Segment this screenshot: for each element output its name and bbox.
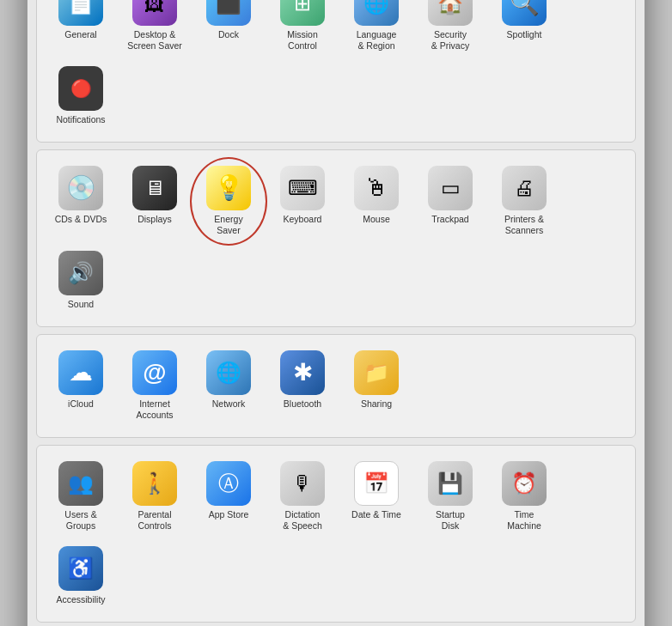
language-icon: 🌐: [354, 0, 399, 26]
pref-item-energy[interactable]: 💡 EnergySaver: [193, 161, 264, 242]
cds-label: CDs & DVDs: [55, 214, 107, 226]
pref-item-bluetooth[interactable]: ✱ Bluetooth: [267, 345, 338, 427]
pref-item-general[interactable]: 📄 General: [46, 0, 116, 58]
keyboard-icon: ⌨: [280, 166, 325, 210]
pref-item-sharing[interactable]: 📁 Sharing: [341, 345, 412, 427]
spotlight-icon: 🔍: [502, 0, 547, 26]
sound-label: Sound: [68, 299, 94, 311]
mouse-label: Mouse: [363, 214, 390, 226]
pref-item-language[interactable]: 🌐 Language& Region: [341, 0, 412, 58]
pref-item-spotlight[interactable]: 🔍 Spotlight: [489, 0, 559, 58]
system-section: 👥 Users &Groups 🚶 ParentalControls Ⓐ App…: [36, 445, 636, 623]
energy-icon: 💡: [206, 166, 251, 210]
sharing-icon: 📁: [354, 350, 399, 395]
pref-item-startup[interactable]: 💾 StartupDisk: [415, 456, 486, 538]
pref-item-displays[interactable]: 🖥 Displays: [119, 161, 190, 242]
pref-item-accessibility[interactable]: ♿ Accessibility: [46, 541, 116, 611]
pref-item-dictation[interactable]: 🎙 Dictation& Speech: [267, 456, 338, 538]
datetime-label: Date & Time: [351, 509, 401, 521]
mission-label: MissionControl: [287, 29, 318, 52]
system-preferences-window: System Preferences ◀ ▶ Show All 🔍 📄 Gene…: [27, 0, 645, 626]
dictation-label: Dictation& Speech: [283, 509, 322, 532]
pref-item-users[interactable]: 👥 Users &Groups: [46, 456, 116, 538]
security-icon: 🏠: [428, 0, 473, 26]
pref-item-sound[interactable]: 🔊 Sound: [46, 246, 116, 316]
displays-icon: 🖥: [132, 166, 177, 210]
personal-section: 📄 General 🖼 Desktop &Screen Saver ⬛ Dock…: [36, 0, 636, 143]
icloud-icon: ☁: [58, 350, 103, 395]
startup-label: StartupDisk: [436, 509, 465, 532]
pref-item-network[interactable]: 🌐 Network: [193, 345, 264, 427]
sharing-label: Sharing: [361, 398, 392, 410]
network-label: Network: [212, 398, 246, 410]
pref-item-parental[interactable]: 🚶 ParentalControls: [119, 456, 190, 538]
dictation-icon: 🎙: [280, 461, 325, 506]
parental-label: ParentalControls: [137, 509, 171, 532]
datetime-icon: 📅: [354, 461, 399, 506]
mission-icon: ⊞: [280, 0, 325, 26]
general-label: General: [64, 29, 96, 41]
pref-item-mission[interactable]: ⊞ MissionControl: [267, 0, 338, 58]
internet-label: InternetAccounts: [136, 398, 173, 422]
notifications-label: Notifications: [56, 114, 105, 126]
pref-item-datetime[interactable]: 📅 Date & Time: [341, 456, 412, 538]
dock-icon: ⬛: [206, 0, 251, 26]
users-icon: 👥: [58, 461, 103, 506]
language-label: Language& Region: [357, 29, 397, 52]
appstore-label: App Store: [209, 509, 249, 521]
notifications-icon: 🔴: [58, 66, 103, 111]
desktop-label: Desktop &Screen Saver: [127, 29, 182, 52]
dock-label: Dock: [218, 29, 239, 41]
timemachine-icon: ⏰: [502, 461, 547, 506]
internet-section: ☁ iCloud @ InternetAccounts 🌐 Network ✱: [36, 334, 636, 438]
startup-icon: 💾: [428, 461, 473, 506]
pref-item-dock[interactable]: ⬛ Dock: [193, 0, 264, 58]
general-icon: 📄: [58, 0, 103, 26]
pref-item-icloud[interactable]: ☁ iCloud: [46, 345, 116, 427]
icloud-label: iCloud: [68, 398, 94, 410]
pref-item-timemachine[interactable]: ⏰ TimeMachine: [489, 456, 559, 538]
pref-item-internet[interactable]: @ InternetAccounts: [119, 345, 190, 427]
pref-item-security[interactable]: 🏠 Security& Privacy: [415, 0, 486, 58]
energy-label: EnergySaver: [214, 214, 242, 237]
pref-item-keyboard[interactable]: ⌨ Keyboard: [267, 161, 338, 242]
cds-icon: 💿: [58, 166, 103, 210]
timemachine-label: TimeMachine: [507, 509, 541, 532]
bluetooth-icon: ✱: [280, 350, 325, 395]
pref-item-trackpad[interactable]: ▭ Trackpad: [415, 161, 486, 242]
printers-icon: 🖨: [502, 166, 547, 210]
sound-icon: 🔊: [58, 251, 103, 295]
users-label: Users &Groups: [64, 509, 96, 532]
network-icon: 🌐: [206, 350, 251, 395]
mouse-icon: 🖱: [354, 166, 399, 210]
spotlight-label: Spotlight: [507, 29, 542, 41]
keyboard-label: Keyboard: [284, 214, 322, 226]
desktop-icon: 🖼: [132, 0, 177, 26]
preferences-content: 📄 General 🖼 Desktop &Screen Saver ⬛ Dock…: [27, 0, 645, 626]
internet-icon: @: [132, 350, 177, 395]
security-label: Security& Privacy: [431, 29, 469, 52]
printers-label: Printers &Scanners: [504, 214, 544, 237]
trackpad-icon: ▭: [428, 166, 473, 210]
accessibility-icon: ♿: [58, 546, 103, 591]
bluetooth-label: Bluetooth: [284, 398, 321, 410]
pref-item-printers[interactable]: 🖨 Printers &Scanners: [489, 161, 559, 242]
displays-label: Displays: [137, 214, 172, 226]
trackpad-label: Trackpad: [431, 214, 468, 226]
appstore-icon: Ⓐ: [206, 461, 251, 506]
pref-item-cds[interactable]: 💿 CDs & DVDs: [46, 161, 116, 242]
parental-icon: 🚶: [132, 461, 177, 506]
pref-item-mouse[interactable]: 🖱 Mouse: [341, 161, 412, 242]
pref-item-notifications[interactable]: 🔴 Notifications: [46, 61, 116, 131]
pref-item-desktop[interactable]: 🖼 Desktop &Screen Saver: [119, 0, 190, 58]
accessibility-label: Accessibility: [56, 594, 105, 606]
hardware-section: 💿 CDs & DVDs 🖥 Displays 💡 EnergySaver ⌨: [36, 149, 636, 327]
pref-item-appstore[interactable]: Ⓐ App Store: [193, 456, 264, 538]
